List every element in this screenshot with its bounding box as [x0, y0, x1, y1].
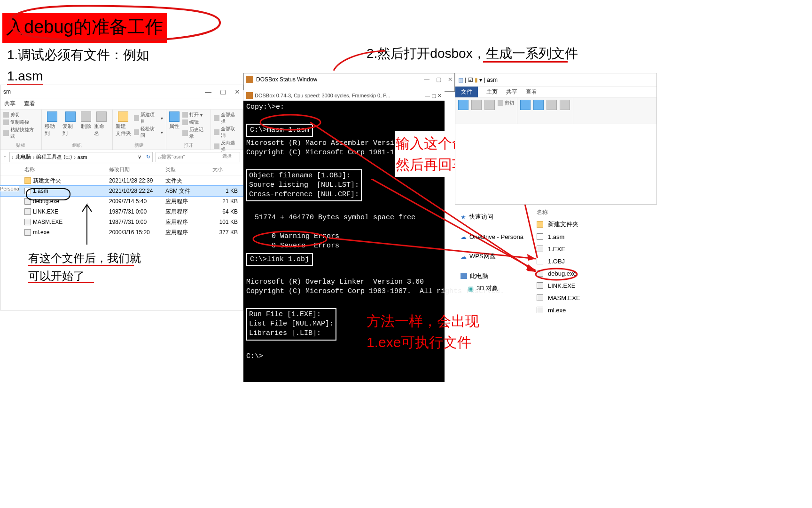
- pin-button[interactable]: [458, 100, 468, 110]
- col-type[interactable]: 类型: [165, 166, 212, 173]
- rename-button[interactable]: [560, 100, 570, 110]
- file-row[interactable]: 1.OBJ: [535, 255, 648, 267]
- file-row[interactable]: 1.EXE: [535, 243, 648, 255]
- nav-quickaccess[interactable]: ★快速访问: [461, 211, 529, 223]
- edit-button[interactable]: 编辑: [189, 119, 199, 126]
- tab-share[interactable]: 共享: [506, 88, 517, 96]
- sidebar-item-label: Persona: [0, 186, 19, 191]
- file-row[interactable]: 新建文件夹: [535, 218, 648, 230]
- close-button[interactable]: ✕: [448, 76, 453, 83]
- file-row[interactable]: 1.asm2021/10/28 22:24ASM 文件1 KB: [0, 186, 243, 196]
- nav-thispc[interactable]: 此电脑: [461, 270, 529, 282]
- open-icon: [182, 112, 188, 118]
- maximize-button[interactable]: ▢: [220, 88, 226, 95]
- file-row[interactable]: LINK.EXE1987/7/31 0:00应用程序64 KB: [0, 206, 243, 217]
- search-input[interactable]: ⌕ 搜索"asm": [156, 152, 240, 162]
- invertselect-button[interactable]: 反向选择: [221, 140, 240, 153]
- copyto-button[interactable]: [533, 100, 544, 110]
- left-annot-underline: [28, 265, 134, 266]
- file-row[interactable]: 1.asm: [535, 230, 648, 243]
- close-button[interactable]: ✕: [234, 88, 240, 95]
- rename-icon: [560, 100, 570, 110]
- cut-icon: [3, 112, 9, 118]
- copy-button[interactable]: [471, 100, 482, 110]
- file-icon: [537, 294, 543, 301]
- file-icon: [537, 258, 543, 264]
- selectall-button[interactable]: 全部选择: [221, 111, 240, 125]
- breadcrumb[interactable]: › 此电脑 › 编程工具盘 (E:) › asm ∨↻: [9, 152, 153, 162]
- nav-onedrive[interactable]: ☁OneDrive - Persona: [461, 230, 529, 243]
- properties-button[interactable]: 属性: [169, 111, 180, 130]
- tab-view[interactable]: 查看: [24, 100, 35, 108]
- nav-3d[interactable]: ▣3D 对象: [461, 282, 529, 294]
- props-icon: [169, 111, 180, 122]
- dosbox-icon: [246, 76, 253, 83]
- nav-tree: ★快速访问 ☁OneDrive - Persona ☁WPS网盘 此电脑 ▣3D…: [461, 211, 529, 294]
- paste-shortcut-button[interactable]: 粘贴快捷方式: [10, 127, 39, 140]
- minimize-button[interactable]: —: [205, 88, 211, 95]
- easyaccess-button[interactable]: 轻松访问: [141, 126, 159, 139]
- file-icon: [24, 177, 31, 184]
- window-titlebar[interactable]: ▥ | ☑ ▮ ▾ | asm: [455, 73, 656, 87]
- paste-button[interactable]: [484, 100, 495, 110]
- file-row[interactable]: MASM.EXE1987/7/31 0:00应用程序101 KB: [0, 217, 243, 227]
- history-button[interactable]: 历史记录: [189, 127, 208, 140]
- dosbox-status-title: DOSBox Status Window: [256, 76, 317, 83]
- file-icon: [537, 307, 543, 313]
- rename-button[interactable]: 重命名: [94, 111, 109, 137]
- file-row[interactable]: ml.exe: [535, 304, 648, 316]
- tab-home[interactable]: 主页: [486, 88, 498, 96]
- nav-wps[interactable]: ☁WPS网盘: [461, 250, 529, 262]
- step-1-text: 1.调试必须有文件：例如 1.asm: [7, 45, 149, 87]
- annotation-right-2: 方法一样，会出现 1.exe可执行文件: [367, 310, 479, 353]
- file-row[interactable]: 新建文件夹2021/11/28 22:39文件夹: [0, 175, 243, 186]
- dosbox-icon: [246, 92, 253, 99]
- delete-icon: [547, 100, 557, 110]
- moveto-button[interactable]: [520, 100, 531, 110]
- newfolder-button[interactable]: 新建 文件夹: [116, 111, 131, 137]
- back-button[interactable]: ↑: [3, 153, 7, 161]
- copyto-icon: [65, 111, 76, 122]
- selectnone-icon: [214, 129, 219, 135]
- open-button[interactable]: 打开: [189, 111, 199, 118]
- window-title: asm: [487, 77, 498, 83]
- tab-file[interactable]: 文件: [455, 87, 478, 97]
- newitem-icon: [134, 115, 140, 121]
- edit-icon: [182, 119, 188, 125]
- cut-button[interactable]: 剪切: [505, 100, 514, 106]
- delete-button[interactable]: [547, 100, 557, 110]
- window-titlebar[interactable]: sm — ▢ ✕: [0, 85, 243, 98]
- pin-icon: [458, 100, 468, 110]
- dosbox-titlebar[interactable]: DOSBox 0.74-3, Cpu speed: 3000 cycles, F…: [243, 90, 445, 101]
- col-name[interactable]: 名称: [535, 207, 648, 218]
- tab-view[interactable]: 查看: [526, 88, 537, 96]
- selectnone-button[interactable]: 全部取消: [221, 126, 240, 139]
- newitem-button[interactable]: 新建项目: [141, 111, 159, 125]
- col-size[interactable]: 大小: [212, 166, 241, 173]
- maximize-button[interactable]: ▢: [436, 76, 441, 83]
- explorer-window-right: ▥ | ☑ ▮ ▾ | asm 文件 主页 共享 查看 剪切: [455, 73, 657, 205]
- computer-icon: [461, 273, 467, 279]
- paste-icon: [484, 100, 495, 110]
- file-row[interactable]: ml.exe2000/3/16 15:20应用程序377 KB: [0, 227, 243, 238]
- step-2-text: 2.然后打开dosbox，生成一系列文件: [367, 45, 578, 63]
- copyto-button[interactable]: 复制到: [62, 111, 78, 137]
- file-row[interactable]: MASM.EXE: [535, 292, 648, 304]
- col-name[interactable]: 名称: [24, 166, 109, 173]
- ribbon-toolbar: 剪切 复制路径 粘贴快捷方式 贴板 移动到 复制到 删除 重命名 组织 新建 文…: [0, 110, 243, 150]
- col-date[interactable]: 修改日期: [109, 166, 165, 173]
- file-icon: [537, 282, 543, 289]
- moveto-icon: [47, 111, 57, 122]
- tab-share[interactable]: 共享: [4, 100, 16, 108]
- delete-icon: [81, 111, 91, 122]
- file-icon: [537, 270, 543, 277]
- file-row[interactable]: debug.exe2009/7/14 5:40应用程序21 KB: [0, 196, 243, 206]
- file-row[interactable]: debug.exe: [535, 267, 648, 279]
- delete-button[interactable]: 删除: [81, 111, 91, 130]
- moveto-button[interactable]: 移动到: [45, 111, 60, 137]
- cut-button[interactable]: 剪切: [10, 111, 20, 118]
- copypath-button[interactable]: 复制路径: [10, 119, 29, 126]
- minimize-button[interactable]: —: [424, 76, 429, 83]
- file-row[interactable]: LINK.EXE: [535, 279, 648, 292]
- window-title: sm: [3, 88, 11, 95]
